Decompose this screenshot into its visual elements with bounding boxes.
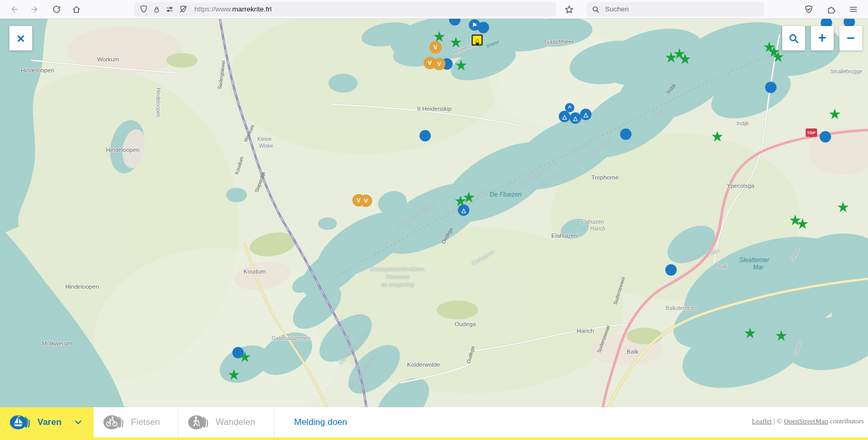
map-marker-tent[interactable]: △ xyxy=(580,109,591,120)
map-search-icon xyxy=(788,33,799,44)
close-button[interactable]: × xyxy=(9,26,32,50)
tab-fietsen[interactable]: Fietsen xyxy=(94,407,178,440)
map-marker-star[interactable]: ★ xyxy=(836,201,850,214)
map-marker-star[interactable]: ★ xyxy=(227,369,241,381)
map-marker-star[interactable]: ★ xyxy=(711,131,724,143)
forward-icon[interactable] xyxy=(27,2,43,17)
yellow-accent-strip xyxy=(0,437,868,440)
browser-search-bar[interactable] xyxy=(586,2,764,17)
map-search-button[interactable] xyxy=(782,26,805,50)
cycling-logo-icon xyxy=(103,413,126,431)
bottom-navigation: Varen Fietsen Wandelen xyxy=(0,407,868,440)
tab-wandelen[interactable]: Wandelen xyxy=(178,407,274,440)
extensions-puzzle-icon[interactable] xyxy=(823,2,839,17)
attribution-separator: | © xyxy=(772,417,784,425)
map-marker-star[interactable]: ★ xyxy=(796,218,809,230)
chevron-down-icon xyxy=(75,420,82,424)
map-marker-vee[interactable]: V xyxy=(429,41,442,54)
map-attribution: Leaflet | © OpenStreetMap contributors xyxy=(752,417,864,425)
close-icon: × xyxy=(17,32,24,45)
url-bar[interactable]: https://www.marrekrite.frl xyxy=(134,2,556,17)
url-text: https://www.marrekrite.frl xyxy=(194,5,272,13)
home-icon[interactable] xyxy=(69,2,84,17)
map-marker-dot[interactable] xyxy=(419,130,431,141)
map-marker-tent[interactable]: △ xyxy=(559,111,570,122)
lock-icon[interactable] xyxy=(153,5,161,14)
browser-search-input[interactable] xyxy=(604,5,749,14)
tab-wandelen-label: Wandelen xyxy=(216,417,255,428)
map-marker-dot[interactable] xyxy=(665,264,677,276)
map-marker-tent[interactable]: △ xyxy=(570,112,581,124)
plus-icon: + xyxy=(818,31,826,45)
tab-fietsen-label: Fietsen xyxy=(131,417,160,428)
shield-disabled-icon[interactable] xyxy=(179,5,188,14)
shield-icon[interactable] xyxy=(139,5,148,14)
sailing-logo-icon xyxy=(9,413,32,431)
url-scheme: https://www. xyxy=(194,5,232,13)
walking-logo-icon xyxy=(188,413,211,431)
map-marker-star[interactable]: ★ xyxy=(771,51,785,63)
map-marker-dot[interactable] xyxy=(820,131,831,143)
map-marker-pennant[interactable]: ⚑ xyxy=(469,19,480,31)
attribution-suffix: contributors xyxy=(828,417,864,425)
map-marker-house[interactable]: ⌂ xyxy=(472,35,483,46)
map-marker-top[interactable]: TOP xyxy=(806,128,817,137)
menu-hamburger-icon[interactable] xyxy=(846,2,861,17)
map-marker-star[interactable]: ★ xyxy=(678,53,692,66)
zoom-in-button[interactable]: + xyxy=(811,26,834,50)
map-marker-star[interactable]: ★ xyxy=(774,330,788,342)
permissions-icon[interactable] xyxy=(165,5,174,14)
zoom-out-button[interactable]: − xyxy=(839,26,862,50)
bookmark-star-icon[interactable] xyxy=(561,2,577,17)
protections-shield-check-icon[interactable] xyxy=(801,2,817,17)
map-canvas[interactable]: WorkumHindeloopenHindeloopenHindeloopenH… xyxy=(0,19,868,440)
leaflet-link[interactable]: Leaflet xyxy=(752,417,772,425)
map-markers-layer: ⚑^△△△△★★★★★★★★★★★★★★★★★★★★VVVVV⌂TOP xyxy=(0,19,868,440)
tab-varen[interactable]: Varen xyxy=(0,407,94,440)
map-marker-star[interactable]: ★ xyxy=(828,108,841,121)
map-marker-star[interactable]: ★ xyxy=(454,59,468,72)
openstreetmap-link[interactable]: OpenStreetMap xyxy=(784,417,828,425)
map-marker-star[interactable]: ★ xyxy=(743,327,757,340)
map-marker-dot[interactable] xyxy=(765,82,777,93)
map-marker-vee[interactable]: V xyxy=(433,58,445,70)
minus-icon: − xyxy=(847,31,855,45)
reload-icon[interactable] xyxy=(49,2,64,17)
map-marker-star[interactable]: ★ xyxy=(238,351,252,364)
map-marker-dot[interactable] xyxy=(620,128,632,140)
map-marker-vee[interactable]: V xyxy=(360,195,372,207)
back-icon[interactable] xyxy=(6,2,22,17)
url-domain: marrekrite.frl xyxy=(232,5,272,13)
melding-doen-link[interactable]: Melding doen xyxy=(294,407,347,437)
map-marker-star[interactable]: ★ xyxy=(454,195,467,208)
map-marker-dot[interactable] xyxy=(449,19,461,25)
browser-toolbar: https://www.marrekrite.frl xyxy=(0,0,868,19)
search-icon xyxy=(591,5,600,14)
tab-varen-label: Varen xyxy=(37,417,61,428)
map-marker-star[interactable]: ★ xyxy=(449,36,463,49)
